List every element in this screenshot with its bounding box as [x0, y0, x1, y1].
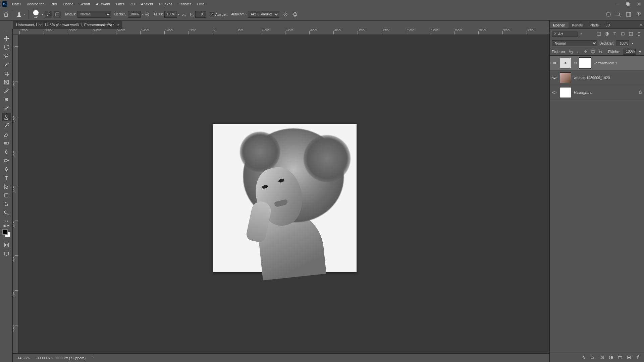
- panel-tab-3d[interactable]: 3D: [602, 22, 613, 28]
- lock-position-icon[interactable]: [583, 49, 588, 54]
- hand-tool[interactable]: [2, 200, 11, 208]
- link-layers-icon[interactable]: [581, 355, 586, 360]
- filter-type-icon[interactable]: [612, 31, 618, 37]
- layer-name[interactable]: woman-1439909_1920: [574, 76, 610, 80]
- search-icon[interactable]: [616, 12, 621, 17]
- menu-bearbeiten[interactable]: Bearbeiten: [24, 0, 47, 8]
- adjustment-layer-icon[interactable]: [608, 355, 613, 360]
- layer-filter-search[interactable]: Art: [552, 31, 578, 37]
- sample-select[interactable]: Akt. u. darunter: [248, 11, 279, 18]
- move-tool[interactable]: [2, 34, 11, 43]
- magic-wand-tool[interactable]: [2, 60, 11, 69]
- foreground-color-swatch[interactable]: [2, 229, 8, 235]
- workspace-icon[interactable]: [626, 12, 631, 17]
- layer-style-icon[interactable]: fx: [590, 355, 595, 360]
- lock-icon[interactable]: [639, 90, 642, 95]
- close-tab-icon[interactable]: ×: [117, 23, 119, 27]
- close-button[interactable]: [633, 0, 644, 8]
- filter-smart-icon[interactable]: [628, 31, 634, 37]
- clone-stamp-tool-icon[interactable]: [15, 11, 23, 17]
- panel-menu-icon[interactable]: ≡: [638, 22, 644, 28]
- ignore-adjustment-button[interactable]: [282, 12, 289, 17]
- filter-pixel-icon[interactable]: [596, 31, 602, 37]
- layer-name[interactable]: Schwarzweiß 1: [593, 61, 617, 65]
- menu-schrift[interactable]: Schrift: [77, 0, 93, 8]
- lasso-tool[interactable]: [2, 52, 11, 60]
- tool-preset-dropdown[interactable]: ▼: [23, 13, 26, 15]
- fill-dropdown[interactable]: ▼: [638, 50, 642, 54]
- layer-group-icon[interactable]: [618, 355, 623, 360]
- opacity-dropdown[interactable]: ▼: [141, 13, 144, 15]
- swap-colors-icon[interactable]: ⇄: [7, 224, 9, 227]
- tools-handle[interactable]: [2, 31, 11, 33]
- visibility-toggle[interactable]: [552, 90, 557, 95]
- menu-filter[interactable]: Filter: [113, 0, 127, 8]
- screen-mode-button[interactable]: [2, 249, 11, 258]
- layer-opacity-input[interactable]: [616, 40, 629, 46]
- gradient-tool[interactable]: [2, 139, 11, 147]
- mask-link-icon[interactable]: ⛓: [574, 61, 577, 65]
- panel-tab-pfade[interactable]: Pfade: [586, 22, 602, 28]
- cloud-docs-icon[interactable]: [606, 12, 611, 17]
- lock-artboard-icon[interactable]: [591, 49, 595, 54]
- menu-fenster[interactable]: Fenster: [176, 0, 194, 8]
- lock-pixels-icon[interactable]: [576, 49, 581, 54]
- layer-thumb[interactable]: [560, 72, 571, 83]
- layer-blend-mode[interactable]: Normal: [552, 40, 597, 46]
- dodge-tool[interactable]: [2, 156, 11, 165]
- maximize-button[interactable]: [623, 0, 633, 8]
- menu-datei[interactable]: Datei: [9, 0, 23, 8]
- lock-all-icon[interactable]: [598, 49, 603, 54]
- healing-brush-tool[interactable]: [2, 95, 11, 104]
- layer-thumb[interactable]: [560, 87, 571, 98]
- panel-tab-kanäle[interactable]: Kanäle: [569, 22, 586, 28]
- panel-tab-ebenen[interactable]: Ebenen: [550, 22, 569, 28]
- layer-name[interactable]: Hintergrund: [574, 90, 592, 95]
- document-tab[interactable]: Unbenannt-1 bei 14,3% (Schwarzweiß 1, Eb…: [13, 21, 122, 29]
- airbrush-button[interactable]: [180, 12, 187, 17]
- visibility-toggle[interactable]: [552, 75, 557, 80]
- blur-tool[interactable]: [2, 147, 11, 156]
- layer-row[interactable]: ◐⛓Schwarzweiß 1: [550, 56, 644, 70]
- default-colors-icon[interactable]: ◧: [3, 224, 6, 227]
- brush-preset-picker[interactable]: 19: [31, 9, 41, 19]
- share-icon[interactable]: [636, 12, 641, 17]
- layer-row[interactable]: Hintergrund: [550, 85, 644, 100]
- menu-plug-ins[interactable]: Plug-ins: [156, 0, 175, 8]
- brush-dropdown[interactable]: ▼: [41, 13, 44, 15]
- aligned-checkbox[interactable]: ✓: [210, 12, 214, 16]
- layer-opacity-dropdown[interactable]: ▼: [631, 42, 634, 45]
- horizontal-ruler[interactable]: -4000-3500-3000-2500-2000-1500-1000-5000…: [13, 29, 549, 35]
- home-button[interactable]: [1, 10, 11, 19]
- pressure-opacity-button[interactable]: [144, 12, 151, 17]
- eyedropper-tool[interactable]: [2, 86, 11, 95]
- clone-stamp-tool[interactable]: [2, 113, 11, 121]
- angle-icon[interactable]: [189, 12, 195, 17]
- menu-ansicht[interactable]: Ansicht: [138, 0, 156, 8]
- marquee-tool[interactable]: [2, 43, 11, 52]
- brush-tool[interactable]: [2, 104, 11, 113]
- filter-toggle[interactable]: [636, 31, 642, 37]
- blend-mode-select[interactable]: Normal: [77, 11, 111, 18]
- fill-input[interactable]: [623, 49, 636, 55]
- menu-hilfe[interactable]: Hilfe: [194, 0, 207, 8]
- menu-3d[interactable]: 3D: [127, 0, 138, 8]
- visibility-toggle[interactable]: [552, 60, 557, 66]
- zoom-tool[interactable]: [2, 208, 11, 217]
- type-tool[interactable]: [2, 174, 11, 182]
- layer-mask-icon[interactable]: [599, 355, 604, 360]
- delete-layer-icon[interactable]: [636, 355, 641, 360]
- crop-tool[interactable]: [2, 69, 11, 78]
- menu-bild[interactable]: Bild: [48, 0, 59, 8]
- filter-adjust-icon[interactable]: [604, 31, 610, 37]
- flow-input[interactable]: [164, 11, 177, 18]
- brush-settings-button[interactable]: [45, 11, 52, 18]
- brush-panel-button[interactable]: [54, 11, 61, 18]
- new-layer-icon[interactable]: [627, 355, 632, 360]
- path-select-tool[interactable]: [2, 182, 11, 191]
- lock-transparency-icon[interactable]: [569, 49, 573, 54]
- layer-row[interactable]: woman-1439909_1920: [550, 70, 644, 85]
- status-arrow-icon[interactable]: 〉: [92, 356, 95, 360]
- quick-mask-button[interactable]: [2, 241, 11, 249]
- angle-input[interactable]: [195, 11, 206, 18]
